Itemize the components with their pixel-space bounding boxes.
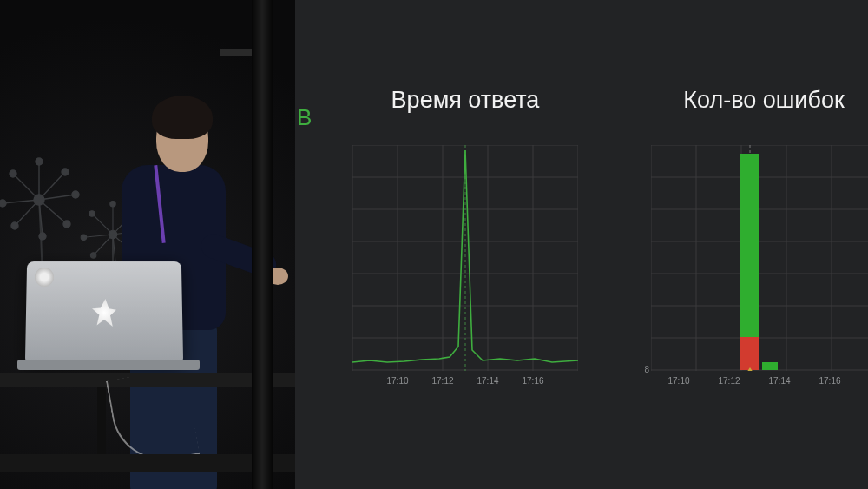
svg-point-33 bbox=[89, 211, 95, 216]
error-bar-2-green bbox=[762, 362, 778, 370]
svg-line-2 bbox=[39, 172, 65, 200]
slide-pane: В Время ответа bbox=[295, 0, 868, 489]
slide-edge-letter: В bbox=[297, 104, 312, 131]
error-bar-1-red bbox=[740, 337, 759, 370]
video-frame: В Время ответа bbox=[0, 0, 868, 489]
xtick: 17:12 bbox=[718, 376, 740, 386]
error-count-x-ticks: 17:10 17:12 17:14 17:16 17 bbox=[651, 376, 868, 393]
error-count-title: Кол-во ошибок bbox=[642, 87, 868, 114]
svg-point-11 bbox=[72, 191, 79, 198]
xtick: 17:14 bbox=[477, 376, 498, 386]
xtick: 17:10 bbox=[667, 376, 689, 386]
light-stand-bracket bbox=[220, 49, 255, 56]
response-time-chart-block: Время ответа bbox=[344, 87, 587, 371]
error-bar-1-green bbox=[740, 154, 759, 337]
xtick: 17:16 bbox=[819, 376, 840, 386]
response-time-chart: 17:10 17:12 17:14 17:16 bbox=[352, 145, 578, 371]
xtick: 17:12 bbox=[431, 376, 453, 386]
xtick: 17:14 bbox=[768, 376, 790, 386]
svg-point-13 bbox=[39, 233, 46, 240]
presenter-camera-pane bbox=[0, 0, 295, 489]
svg-point-12 bbox=[63, 221, 70, 228]
error-count-chart-block: Кол-во ошибок bbox=[642, 87, 868, 371]
svg-point-15 bbox=[0, 200, 6, 207]
svg-line-8 bbox=[13, 174, 39, 200]
svg-point-10 bbox=[62, 169, 69, 175]
xtick: 17:10 bbox=[386, 376, 408, 386]
svg-point-9 bbox=[36, 158, 43, 165]
ytick: 8 bbox=[644, 365, 649, 374]
svg-point-32 bbox=[81, 235, 86, 240]
response-time-x-ticks: 17:10 17:12 17:14 17:16 bbox=[352, 376, 578, 393]
svg-line-6 bbox=[15, 200, 39, 226]
error-count-chart: 17:10 17:12 17:14 17:16 17 8 bbox=[651, 145, 868, 371]
error-count-y-ticks: 8 bbox=[635, 145, 649, 371]
svg-line-4 bbox=[39, 200, 67, 224]
light-stand-pole bbox=[252, 0, 273, 489]
xtick: 17:16 bbox=[522, 376, 543, 386]
svg-line-3 bbox=[39, 195, 76, 200]
desk-bar-lower bbox=[0, 454, 295, 472]
svg-point-31 bbox=[90, 253, 95, 258]
svg-point-16 bbox=[10, 170, 16, 177]
response-time-title: Время ответа bbox=[344, 87, 587, 114]
svg-point-14 bbox=[11, 222, 18, 229]
laptop-sticker bbox=[35, 268, 54, 287]
